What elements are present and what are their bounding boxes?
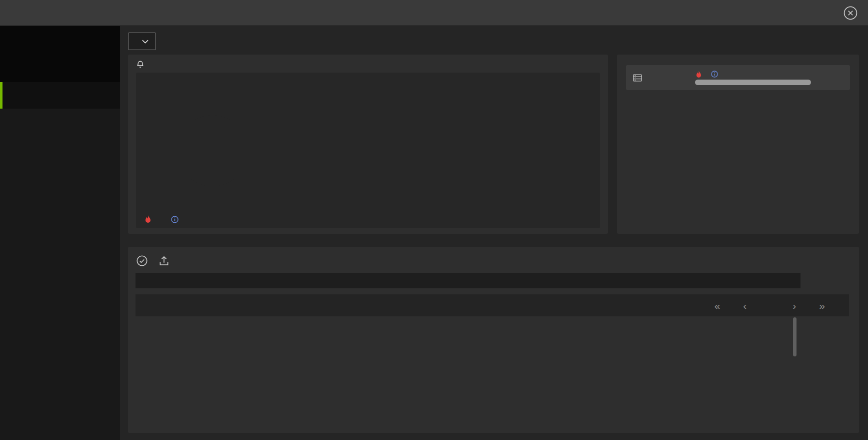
info-icon xyxy=(171,216,178,223)
ptp-management-window: « ‹ › » xyxy=(0,0,868,440)
sidebar-menu-block xyxy=(0,26,120,82)
bell-icon xyxy=(136,60,144,69)
device-name-block xyxy=(633,74,646,82)
table-header-row xyxy=(136,273,800,288)
legend-item-error xyxy=(145,215,158,223)
events-table xyxy=(136,273,800,288)
first-page-icon[interactable]: « xyxy=(714,300,720,311)
pagination-bar: « ‹ › » xyxy=(136,294,849,316)
device-activity xyxy=(695,71,811,85)
most-active-devices-card xyxy=(617,55,859,234)
device-info-count xyxy=(711,71,720,78)
summary-chart-panel xyxy=(136,73,600,228)
summary-card-title xyxy=(136,60,149,69)
device-activity-bar xyxy=(695,80,811,85)
timeline-svg xyxy=(320,110,582,191)
info-icon xyxy=(711,71,718,78)
device-row[interactable] xyxy=(626,65,850,90)
main-content: « ‹ › » xyxy=(120,26,868,440)
flame-icon xyxy=(696,71,702,78)
summary-card-header xyxy=(128,55,608,73)
device-counts xyxy=(695,71,811,78)
chevron-down-icon xyxy=(142,40,148,44)
device-error-count xyxy=(696,71,704,78)
table-scrollbar[interactable] xyxy=(793,317,796,356)
events-table-card: « ‹ › » xyxy=(128,247,859,433)
window-titlebar xyxy=(0,0,868,26)
filter-bar xyxy=(120,26,868,50)
donut-legend xyxy=(145,215,186,223)
next-page-icon[interactable]: › xyxy=(792,300,796,311)
table-toolbar xyxy=(128,247,859,273)
sidebar-item-events[interactable] xyxy=(0,82,120,109)
legend-item-info xyxy=(171,216,186,223)
cards-row xyxy=(128,55,859,234)
devices-card-header xyxy=(617,55,859,64)
acknowledge-check-icon[interactable] xyxy=(136,254,148,267)
export-upload-icon[interactable] xyxy=(158,254,170,267)
switch-device-icon xyxy=(633,74,642,82)
previous-page-icon[interactable]: ‹ xyxy=(743,300,746,311)
sidebar xyxy=(0,26,120,440)
filter-dropdown-time-range[interactable] xyxy=(128,33,156,50)
close-icon[interactable] xyxy=(843,6,858,21)
events-timeline-chart xyxy=(320,110,582,191)
severity-donut-chart xyxy=(159,97,266,204)
donut-center xyxy=(177,115,248,186)
ptp-events-summary-card xyxy=(128,55,608,234)
flame-icon xyxy=(145,215,151,223)
last-page-icon[interactable]: » xyxy=(819,300,825,311)
